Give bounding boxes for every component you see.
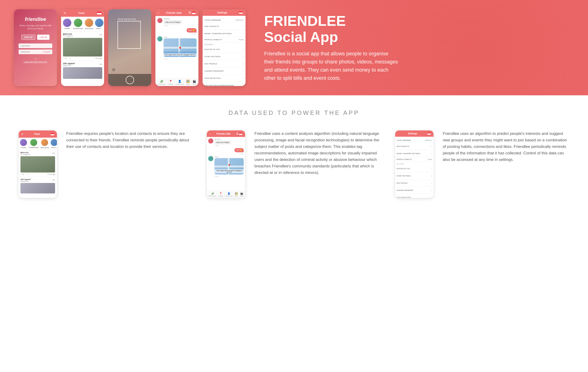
post-username: jiwoo.son <box>63 33 73 35</box>
feed-header: ≡ Feed <box>61 9 104 17</box>
data-card-3-text: Friendlee uses an algorithm to predict p… <box>443 131 569 163</box>
smile-icon: ☺ <box>112 67 116 72</box>
settings-story-row[interactable]: STORY SETTINGS <box>204 53 244 60</box>
album-icon: 🖼️ <box>186 80 190 83</box>
chevron-edit-profile <box>242 62 244 66</box>
chevron-face-detection <box>242 76 244 80</box>
group-work-label: Work group <box>85 28 93 29</box>
hero-phones: friendlee Share, message and organize wi… <box>14 9 246 86</box>
mini-phone-settings: Settings YOUR USERNAME RedPine7 ADD CONT… <box>395 131 433 198</box>
settings-body: YOUR USERNAME RedPine7 ADD CONTACTS MONE… <box>203 16 246 86</box>
chat-action-video[interactable]: 🎬 Video <box>193 80 196 85</box>
sponsored-options-icon[interactable]: ••• <box>99 63 102 66</box>
chat-time-1: 2:43pm <box>164 25 182 26</box>
avatar-work <box>85 19 93 27</box>
settings-edit-profile-row[interactable]: EDIT PROFILE <box>204 60 244 67</box>
mini-chat-body: Seo-yun Still on for Friday? 2:43pm Yes!… <box>207 137 245 191</box>
chat-action-album[interactable]: 🖼️ Album <box>186 80 190 85</box>
post-image <box>63 38 102 56</box>
mini-settings-body: YOUR USERNAME RedPine7 ADD CONTACTS MONE… <box>395 137 433 198</box>
mini-phone-chat: ‹ Friends chat ☰ Seo-yun Still on fo <box>207 131 245 198</box>
chat-action-send-money[interactable]: 💸 Send money <box>158 80 165 85</box>
send-money-icon: 💸 <box>160 80 163 83</box>
chat-avatar-jinu <box>157 36 162 41</box>
settings-profile-visibility-row: PROFILE VISIBILITY Public <box>204 37 244 42</box>
mini-chat-bottom-bar: 💸 Send money 📍 Location 👤 Contact card <box>207 191 245 198</box>
chat-action-location[interactable]: 📍 Location <box>168 80 173 85</box>
phone-settings: Settings YOUR USERNAME RedPine7 ADD CONT… <box>203 9 246 86</box>
third-party-login[interactable]: Login with third party app <box>24 61 47 63</box>
settings-money-transfer-row[interactable]: MONEY TRANSFER SETTINGS <box>204 30 244 37</box>
chat-time-3: 2:43pm <box>164 58 197 60</box>
username-field[interactable]: Username <box>19 44 52 48</box>
group-friends-label: Friends <box>64 28 70 29</box>
settings-username-row: YOUR USERNAME RedPine7 <box>204 18 244 23</box>
chat-sent-row: Yes! 😊 2:43pm <box>157 28 197 35</box>
chat-message-jinu: Ji-nu 📍 1205 Upper Boon Keng Rd, Singapo… <box>157 36 197 60</box>
signup-button[interactable]: SIGN UP <box>21 35 35 40</box>
mini-feed-header: ≡ Feed <box>19 131 57 138</box>
forgot-link[interactable]: Forgot? <box>43 51 50 53</box>
chat-action-contact[interactable]: 👤 Contact card <box>176 80 184 85</box>
group-football-label: Football team <box>73 28 83 29</box>
capture-button[interactable] <box>126 76 134 84</box>
chevron-story <box>242 55 244 59</box>
settings-account-section: Account <box>204 42 244 46</box>
phone-face-detection: FACE DETECTED ☺ <box>108 9 151 86</box>
phone-friends-chat: ‹ Friends chat ☰ Seo-yun Still on for Fr… <box>155 9 198 86</box>
chevron-money-transfer <box>242 31 244 36</box>
settings-header: Settings <box>203 9 246 16</box>
data-section-title: DATA USED TO POWER THE APP <box>19 109 569 117</box>
data-card-1-text: Friendlee requires people's location and… <box>66 131 193 150</box>
mini-settings-header: Settings <box>395 131 433 137</box>
settings-two-factor-row[interactable]: TWO-FACTOR AUTHENTICATION <box>204 82 244 86</box>
face-capture-bar <box>108 74 151 86</box>
map-address-label: 1205 Upper Boon Keng Rd, Singapore 38731… <box>164 54 197 56</box>
chat-bubble-1: Still on for Friday? <box>164 20 182 24</box>
data-card-2-text: Friendlee uses a content analysis algori… <box>254 131 381 176</box>
sponsored-label: Sponsored <box>63 65 75 66</box>
chat-bottom-bar: 💸 Send money 📍 Location 👤 Contact card 🖼… <box>155 78 198 86</box>
feed-post-sponsored: 1DK Apparel Sponsored ••• <box>61 61 104 80</box>
mini-feed-groups: Friends Football team Work group Se <box>19 138 57 150</box>
settings-face-detection-row[interactable]: FACE DETECTION <box>204 75 244 82</box>
settings-photos-row[interactable]: PHOTOS OF YOU <box>204 46 244 53</box>
face-detected-label: FACE DETECTED <box>117 18 136 20</box>
data-card-2: ‹ Friends chat ☰ Seo-yun Still on fo <box>207 131 381 198</box>
post-actions: ♡ 23 ○ 1 7 mins ago <box>63 57 102 59</box>
mini-feed-sponsored: 1DK Apparel Sponsored ••• <box>19 177 57 195</box>
chat-header: ‹ Friends chat ☰ <box>155 9 198 16</box>
post-options-icon[interactable]: ••• <box>99 33 102 36</box>
avatar-football <box>74 19 82 27</box>
phone-feed: ≡ Feed Friends Football team Wo <box>61 9 104 86</box>
feed-post-jiwoo: jiwoo.son 📍 Singapore ••• ♡ 23 ○ 1 7 min… <box>61 31 104 61</box>
app-tagline: Share, message and organize with all of … <box>19 24 52 30</box>
chevron-photos <box>242 47 244 51</box>
phone-login: friendlee Share, message and organize wi… <box>14 9 57 86</box>
settings-add-contacts-row[interactable]: ADD CONTACTS <box>204 23 244 30</box>
mini-chat-header: ‹ Friends chat ☰ <box>207 131 245 137</box>
video-icon: 🎬 <box>193 80 196 83</box>
face-detection-box <box>117 21 141 49</box>
chat-avatar-seoyun <box>157 18 162 23</box>
hero-description: Friendlee is a social app that allows pe… <box>264 50 399 82</box>
chat-message-received: Seo-yun Still on for Friday? 2:43pm <box>157 18 197 26</box>
hero-section: friendlee Share, message and organize wi… <box>0 0 588 95</box>
sponsored-name: 1DK Apparel <box>63 62 75 65</box>
chat-time-2: 2:43pm <box>192 33 197 35</box>
chevron-add-contacts <box>242 24 244 28</box>
chat-body: Seo-yun Still on for Friday? 2:43pm Yes!… <box>155 16 198 78</box>
feed-groups: Friends Football team Work group Seoul t… <box>61 17 104 31</box>
chat-map: 📍 1205 Upper Boon Keng Rd, Singapore 387… <box>164 38 197 57</box>
password-field[interactable]: Password Forgot? <box>19 50 52 54</box>
sponsored-image <box>63 67 102 79</box>
data-card-3: Settings YOUR USERNAME RedPine7 ADD CONT… <box>395 131 569 198</box>
login-button[interactable]: LOG IN <box>37 35 50 40</box>
data-section: DATA USED TO POWER THE APP ≡ Feed Friend… <box>0 95 588 212</box>
mini-feed-post: jiwoo.son 📍 Singapore ••• ♡ 23 ○ 1 7 min… <box>19 150 57 177</box>
settings-change-password-row[interactable]: CHANGE PASSWORD <box>204 67 244 75</box>
data-cards: ≡ Feed Friends Football team <box>19 131 569 198</box>
avatar-seoul <box>95 19 103 27</box>
post-location: 📍 Singapore <box>63 35 73 37</box>
chevron-two-factor <box>242 83 244 86</box>
